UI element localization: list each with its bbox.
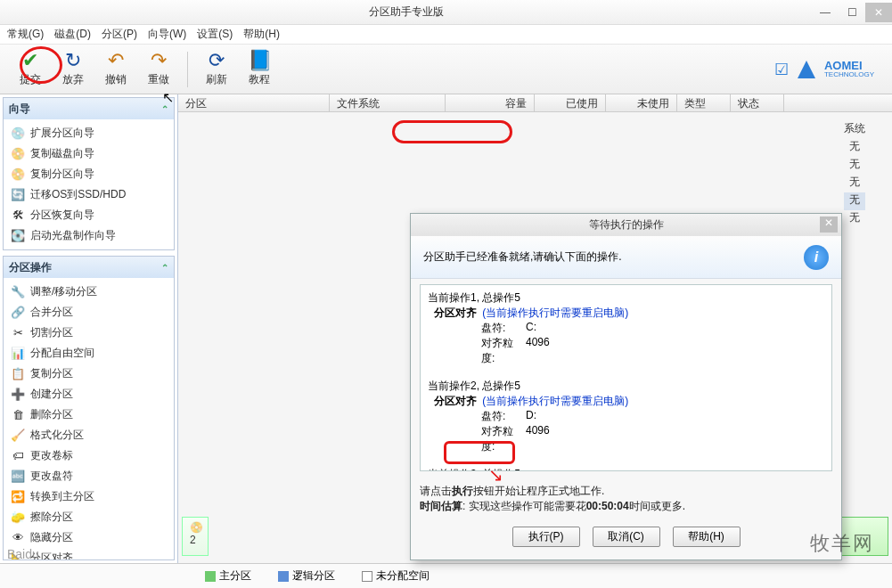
delete-icon: 🗑 (11, 408, 25, 422)
op-primary[interactable]: 🔁转换到主分区 (5, 486, 172, 507)
legend-main: 主分区 (219, 569, 251, 582)
legend-logical: 逻辑分区 (292, 569, 335, 582)
convert-icon: 🔁 (11, 490, 25, 504)
ops-title: 分区操作 (9, 260, 52, 275)
copy-icon: 📋 (11, 367, 25, 381)
execute-button[interactable]: 执行(P) (512, 527, 580, 547)
window-title: 分区助手专业版 (0, 4, 812, 20)
op-copy[interactable]: 📋复制分区 (5, 363, 172, 384)
wizard-panel: 向导⌃ 💿扩展分区向导 📀复制磁盘向导 📀复制分区向导 🔄迁移OS到SSD/HD… (3, 97, 175, 250)
op-format[interactable]: 🧹格式化分区 (5, 425, 172, 445)
dialog-close-button[interactable]: ✕ (820, 216, 838, 233)
check-icon: ✔ (22, 51, 38, 70)
legend: 主分区 逻辑分区 未分配空间 (0, 563, 892, 588)
wizard-title: 向导 (9, 102, 30, 117)
col-status[interactable]: 状态 (731, 94, 784, 111)
hide-icon: 👁 (11, 531, 25, 545)
wizard-extend[interactable]: 💿扩展分区向导 (5, 123, 172, 143)
wizard-bootdisk[interactable]: 💽启动光盘制作向导 (5, 225, 172, 246)
close-button[interactable]: ✕ (865, 3, 892, 22)
redo-button[interactable]: ↷重做 (137, 51, 180, 87)
recover-icon: 🛠 (11, 208, 25, 223)
op-merge[interactable]: 🔗合并分区 (5, 302, 172, 323)
maximize-button[interactable]: ☐ (839, 3, 865, 22)
cd-icon: 💽 (11, 229, 25, 243)
dialog-hint2: 时间估算: 实现这些操作可能需要花00:50:04时间或更多. (420, 499, 832, 514)
menu-disk[interactable]: 磁盘(D) (54, 27, 91, 42)
op-wipe[interactable]: 🧽擦除分区 (5, 507, 172, 527)
toolbar: ✔提交 ↻放弃 ↶撤销 ↷重做 ⟳刷新 📘教程 ☑ AOMEI TECHNOLO… (0, 45, 892, 94)
op-allocate[interactable]: 📊分配自由空间 (5, 343, 172, 363)
legend-unalloc: 未分配空间 (376, 569, 430, 582)
content-area: 分区 文件系统 容量 已使用 未使用 类型 状态 系统 无 无 无 无 无 📀2… (178, 94, 892, 563)
menu-settings[interactable]: 设置(S) (197, 27, 233, 42)
dialog-titlebar[interactable]: 等待执行的操作 ✕ (411, 214, 841, 236)
brand-logo: ☑ AOMEI TECHNOLOGY (774, 59, 883, 80)
col-fs[interactable]: 文件系统 (330, 94, 446, 111)
op-label[interactable]: 🏷更改卷标 (5, 445, 172, 466)
menu-wizard[interactable]: 向导(W) (148, 27, 186, 42)
discard-button[interactable]: ↻放弃 (52, 51, 94, 87)
wipe-icon: 🧽 (11, 510, 25, 525)
redo-icon: ↷ (151, 51, 167, 70)
undo-button[interactable]: ↶撤销 (94, 51, 137, 87)
letter-icon: 🔤 (11, 470, 25, 484)
migrate-icon: 🔄 (11, 188, 25, 202)
op-split[interactable]: ✂切割分区 (5, 323, 172, 343)
collapse-icon[interactable]: ⌃ (161, 263, 168, 273)
col-unused[interactable]: 未使用 (606, 94, 677, 111)
dialog-hint1: 请点击执行按钮开始让程序正式地工作. (420, 484, 832, 499)
watermark: 牧羊网 (810, 530, 874, 557)
menu-partition[interactable]: 分区(P) (102, 27, 137, 42)
op-letter[interactable]: 🔤更改盘符 (5, 466, 172, 486)
undo-icon: ↶ (108, 51, 124, 70)
merge-icon: 🔗 (11, 306, 25, 320)
ops-list[interactable]: 当前操作1, 总操作5 分区对齐 (当前操作执行时需要重启电脑) 盘符:C: 对… (420, 284, 832, 471)
pending-ops-dialog: 等待执行的操作 ✕ 分区助手已经准备就绪,请确认下面的操作. i 当前操作1, … (410, 213, 842, 560)
wizard-copy-partition[interactable]: 📀复制分区向导 (5, 164, 172, 184)
copy-icon: 📀 (11, 147, 25, 161)
discard-icon: ↻ (65, 51, 81, 70)
copy-icon: 📀 (11, 167, 25, 182)
menubar: 常规(G) 磁盘(D) 分区(P) 向导(W) 设置(S) 帮助(H) (0, 25, 892, 45)
col-partition[interactable]: 分区 (178, 94, 330, 111)
op-create[interactable]: ➕创建分区 (5, 384, 172, 404)
disk-box[interactable]: 📀2 (182, 517, 209, 556)
op-resize[interactable]: 🔧调整/移动分区 (5, 282, 172, 302)
resize-icon: 🔧 (11, 285, 25, 299)
ops-panel: 分区操作⌃ 🔧调整/移动分区 🔗合并分区 ✂切割分区 📊分配自由空间 📋复制分区… (3, 256, 175, 560)
annotation-arrow: ↘ (488, 464, 503, 486)
col-used[interactable]: 已使用 (535, 94, 606, 111)
titlebar: 分区助手专业版 — ☐ ✕ (0, 0, 892, 25)
check-badge-icon: ☑ (774, 60, 789, 79)
menu-general[interactable]: 常规(G) (7, 27, 44, 42)
book-icon: 📘 (248, 51, 272, 70)
allocate-icon: 📊 (11, 347, 25, 361)
op-hide[interactable]: 👁隐藏分区 (5, 527, 172, 548)
submit-button[interactable]: ✔提交 (9, 51, 52, 87)
watermark-baidu: Baidu (7, 547, 39, 561)
menu-help[interactable]: 帮助(H) (243, 27, 280, 42)
wizard-copy-disk[interactable]: 📀复制磁盘向导 (5, 143, 172, 164)
col-capacity[interactable]: 容量 (446, 94, 535, 111)
cursor-icon: ↖ (162, 89, 174, 106)
info-icon: i (804, 245, 829, 270)
help-button[interactable]: 帮助(H) (673, 527, 741, 547)
left-sidebar: 向导⌃ 💿扩展分区向导 📀复制磁盘向导 📀复制分区向导 🔄迁移OS到SSD/HD… (0, 94, 178, 563)
cancel-button[interactable]: 取消(C) (593, 527, 660, 547)
col-type[interactable]: 类型 (677, 94, 731, 111)
refresh-button[interactable]: ⟳刷新 (195, 51, 238, 87)
minimize-button[interactable]: — (812, 3, 839, 22)
wizard-migrate-os[interactable]: 🔄迁移OS到SSD/HDD (5, 184, 172, 205)
status-column: 系统 无 无 无 无 无 (844, 121, 865, 228)
dialog-message: 分区助手已经准备就绪,请确认下面的操作. (423, 249, 622, 265)
wizard-recover[interactable]: 🛠分区恢复向导 (5, 205, 172, 225)
tutorial-button[interactable]: 📘教程 (238, 51, 281, 87)
dialog-title: 等待执行的操作 (589, 217, 664, 233)
create-icon: ➕ (11, 388, 25, 402)
op-delete[interactable]: 🗑删除分区 (5, 404, 172, 425)
svg-marker-0 (798, 61, 815, 78)
split-icon: ✂ (11, 326, 25, 340)
disk-icon: 💿 (11, 127, 25, 141)
aomei-logo-icon (796, 59, 817, 80)
